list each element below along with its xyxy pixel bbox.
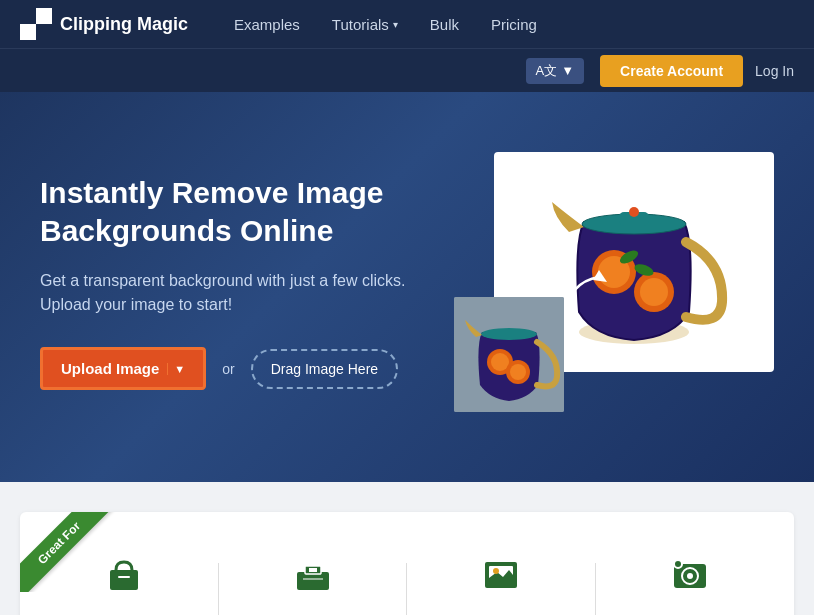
divider-2 xyxy=(406,563,407,616)
hero-subtitle: Get a transparent background with just a… xyxy=(40,269,407,317)
upload-image-button[interactable]: Upload Image ▼ xyxy=(40,347,206,390)
features-grid: eCommerce Business xyxy=(40,542,774,615)
more-icon xyxy=(668,552,712,606)
svg-rect-21 xyxy=(309,568,317,572)
svg-point-29 xyxy=(674,560,682,568)
hero-actions: Upload Image ▼ or Drag Image Here xyxy=(40,347,407,390)
nav-examples[interactable]: Examples xyxy=(218,0,316,48)
navbar-row2: A文 ▼ Create Account Log In xyxy=(0,48,814,92)
feature-graphic: Graphic xyxy=(426,552,576,615)
drag-image-button[interactable]: Drag Image Here xyxy=(251,349,398,389)
features-section: Great For eCommerce xyxy=(0,482,814,615)
brand-name: Clipping Magic xyxy=(60,14,188,35)
upload-label: Upload Image xyxy=(61,360,159,377)
features-card: Great For eCommerce xyxy=(20,512,794,615)
svg-point-25 xyxy=(493,568,499,574)
lang-dropdown-icon: ▼ xyxy=(561,63,574,78)
navbar: Clipping Magic Examples Tutorials ▾ Bulk… xyxy=(0,0,814,48)
business-icon xyxy=(291,552,335,606)
nav-links: Examples Tutorials ▾ Bulk Pricing xyxy=(218,0,794,48)
divider-1 xyxy=(218,563,219,616)
upload-dropdown-icon: ▼ xyxy=(167,363,185,375)
divider-3 xyxy=(595,563,596,616)
or-text: or xyxy=(222,361,234,377)
svg-marker-10 xyxy=(593,270,607,282)
pitcher-thumb-svg xyxy=(454,297,564,412)
svg-point-15 xyxy=(510,364,526,380)
great-for-badge-wrap: Great For xyxy=(20,512,140,592)
svg-rect-22 xyxy=(303,578,323,580)
demo-container xyxy=(454,152,774,412)
tutorials-dropdown-icon: ▾ xyxy=(393,19,398,30)
login-link[interactable]: Log In xyxy=(755,63,794,79)
hero-left: Instantly Remove Image Backgrounds Onlin… xyxy=(40,174,407,390)
brand-logo[interactable]: Clipping Magic xyxy=(20,8,188,40)
nav-bulk[interactable]: Bulk xyxy=(414,0,475,48)
lang-label: A文 xyxy=(536,62,558,80)
great-for-badge: Great For xyxy=(20,512,116,592)
svg-point-13 xyxy=(491,353,509,371)
demo-original-image xyxy=(454,297,564,412)
language-button[interactable]: A文 ▼ xyxy=(526,58,585,84)
hero-title: Instantly Remove Image Backgrounds Onlin… xyxy=(40,174,407,249)
nav-pricing[interactable]: Pricing xyxy=(475,0,553,48)
svg-point-9 xyxy=(629,207,639,217)
nav-tutorials[interactable]: Tutorials ▾ xyxy=(316,0,414,48)
graphic-icon xyxy=(479,552,523,606)
hero-section: Instantly Remove Image Backgrounds Onlin… xyxy=(0,92,814,482)
svg-point-16 xyxy=(481,328,537,340)
feature-more: ... and More xyxy=(615,552,765,615)
svg-point-28 xyxy=(687,573,693,579)
create-account-button[interactable]: Create Account xyxy=(600,55,743,87)
hero-right xyxy=(407,152,774,412)
feature-business: Business xyxy=(238,552,388,615)
logo-icon xyxy=(20,8,52,40)
svg-point-4 xyxy=(640,278,668,306)
